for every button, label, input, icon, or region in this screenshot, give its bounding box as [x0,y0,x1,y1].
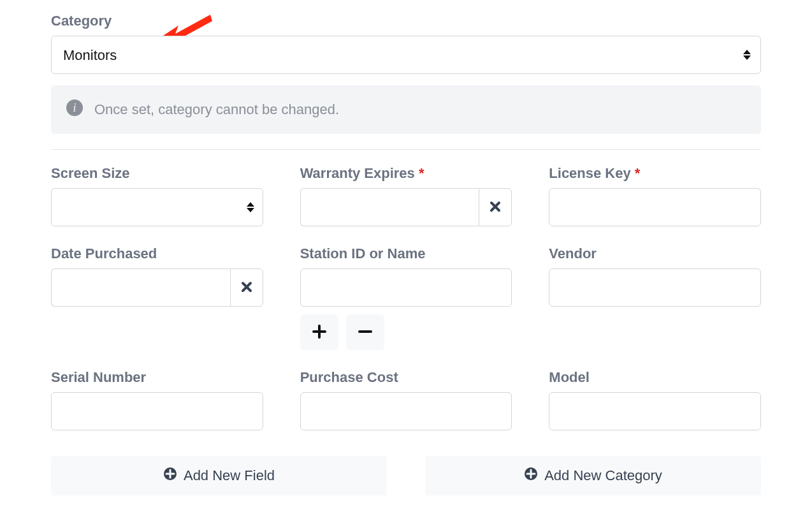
add-new-field-label: Add New Field [184,467,275,484]
station-id-input[interactable] [300,268,512,307]
date-purchased-clear-button[interactable] [230,268,263,307]
station-id-label: Station ID or Name [300,246,512,262]
screen-size-select-wrap [51,188,263,226]
field-license-key: License Key * [549,165,761,226]
divider [51,149,761,150]
serial-number-label: Serial Number [51,369,263,386]
station-id-repeater-controls [300,314,512,350]
warranty-expires-input-group [300,188,512,226]
station-id-add-button[interactable] [300,314,338,350]
add-new-field-button[interactable]: Add New Field [51,456,387,495]
date-purchased-input-group [51,268,263,307]
vendor-label: Vendor [549,246,761,262]
category-info-text: Once set, category cannot be changed. [94,101,339,118]
plus-circle-icon [163,467,177,485]
vendor-input[interactable] [549,268,761,307]
custom-fields-grid: Screen Size Warranty Expires * [51,165,761,442]
required-icon: * [635,165,641,181]
plus-circle-icon [524,467,538,485]
field-date-purchased: Date Purchased [51,246,263,350]
asset-form: Category Monitors i Once set, category c… [0,0,812,521]
station-id-remove-button[interactable] [346,314,384,350]
action-row: Add New Field Add New Category [51,456,761,495]
category-label: Category [51,13,761,29]
add-new-category-label: Add New Category [544,467,662,484]
category-select-wrap: Monitors [51,36,761,74]
warranty-expires-clear-button[interactable] [479,188,512,226]
minus-icon [358,325,372,341]
svg-text:i: i [73,101,76,114]
purchase-cost-input[interactable] [300,392,512,430]
category-info-banner: i Once set, category cannot be changed. [51,85,761,134]
screen-size-select[interactable] [51,188,263,226]
field-warranty-expires: Warranty Expires * [300,165,512,226]
add-new-category-button[interactable]: Add New Category [425,456,761,495]
category-select[interactable]: Monitors [51,36,761,74]
purchase-cost-label: Purchase Cost [300,369,512,386]
info-icon: i [66,99,83,120]
field-model: Model [549,369,761,430]
plus-icon [312,325,326,341]
license-key-label: License Key * [549,165,761,182]
field-purchase-cost: Purchase Cost [300,369,512,430]
warranty-expires-input[interactable] [300,188,479,226]
date-purchased-input[interactable] [51,268,230,307]
warranty-expires-label: Warranty Expires * [300,165,512,182]
close-icon [489,201,501,214]
field-vendor: Vendor [549,246,761,350]
required-icon: * [419,165,424,181]
serial-number-input[interactable] [51,392,263,430]
field-screen-size: Screen Size [51,165,263,226]
model-label: Model [549,369,761,386]
model-input[interactable] [549,392,761,430]
date-purchased-label: Date Purchased [51,246,263,262]
field-serial-number: Serial Number [51,369,263,430]
field-station-id: Station ID or Name [300,246,512,350]
screen-size-label: Screen Size [51,165,263,182]
license-key-input[interactable] [549,188,761,226]
close-icon [241,281,252,295]
